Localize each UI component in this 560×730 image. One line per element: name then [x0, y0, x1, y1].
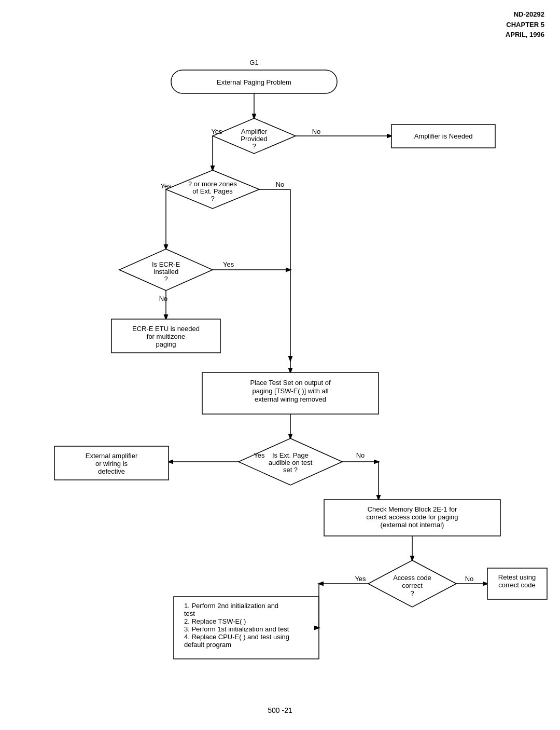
start-label: External Paging Problem — [217, 78, 291, 86]
ecr-label1: Is ECR-E — [152, 260, 180, 268]
access-label2: correct — [402, 582, 423, 589]
ecr-needed-label1: ECR-E ETU is needed — [132, 325, 200, 333]
ext-amp-label2: or wiring is — [95, 460, 128, 467]
access-label1: Access code — [393, 574, 431, 582]
ext-page-label2: audible on test — [269, 459, 313, 466]
action2: 2. Replace TSW-E( ) — [184, 617, 246, 625]
action4b: default program — [184, 641, 231, 649]
ecr-no-label: No — [159, 295, 168, 302]
flowchart: G1 External Paging Problem Amplifier Pro… — [0, 36, 560, 713]
header-line1: ND-20292 — [514, 10, 544, 18]
place-test-label2: paging [TSW-E( )] with all — [252, 387, 328, 395]
check-mem-label2: correct access code for paging — [366, 513, 458, 521]
action1b: test — [184, 610, 195, 617]
amp-yes-label: Yes — [211, 128, 222, 135]
access-no-label: No — [465, 575, 474, 583]
action4: 4. Replace CPU-E( ) and test using — [184, 633, 289, 641]
zones-label2: of Ext. Pages — [192, 187, 233, 195]
place-test-label3: external wiring removed — [255, 395, 326, 403]
action3: 3. Perform 1st initialization and test — [184, 625, 289, 633]
check-mem-label3: (external not internal) — [381, 521, 444, 529]
ecr-label2: Installed — [153, 268, 178, 276]
ecr-needed-label2: for multizone — [147, 333, 185, 340]
access-yes-label: Yes — [355, 575, 366, 583]
retest-label1: Retest using — [498, 573, 536, 581]
place-test-label1: Place Test Set on output of — [250, 379, 331, 387]
ecr-label3: ? — [164, 275, 167, 283]
amp-needed-label: Amplifier is Needed — [414, 132, 473, 140]
ext-amp-label3: defective — [98, 467, 125, 475]
amp-no-label: No — [312, 128, 321, 135]
amp-provided-label1: Amplifier — [241, 128, 268, 135]
ecr-needed-label3: paging — [156, 340, 176, 348]
ext-no-label: No — [356, 451, 365, 459]
zones-label1: 2 or more zones — [188, 180, 237, 188]
ext-page-label3: set ? — [283, 466, 298, 474]
zones-no-label: No — [276, 181, 285, 188]
ext-yes-label: Yes — [254, 451, 265, 459]
footer-page-number: 500 -21 — [268, 706, 292, 714]
page-footer: 500 -21 — [268, 706, 292, 714]
retest-label2: correct code — [498, 581, 536, 589]
check-mem-label1: Check Memory Block 2E-1 for — [368, 505, 457, 513]
ext-amp-label1: External amplifier — [86, 452, 138, 460]
access-label3: ? — [410, 589, 414, 597]
amp-provided-label3: ? — [252, 142, 256, 150]
ext-page-label1: Is Ext. Page — [272, 451, 309, 459]
ecr-yes-label: Yes — [223, 260, 234, 268]
action1: 1. Perform 2nd initialization and — [184, 602, 278, 610]
amp-provided-label2: Provided — [241, 135, 267, 143]
zones-yes-label: Yes — [160, 182, 172, 190]
chart-title: G1 — [249, 59, 258, 66]
page-header: ND-20292 CHAPTER 5 APRIL, 1996 — [506, 9, 544, 40]
zones-label3: ? — [211, 195, 214, 202]
header-line2: CHAPTER 5 — [506, 21, 544, 29]
